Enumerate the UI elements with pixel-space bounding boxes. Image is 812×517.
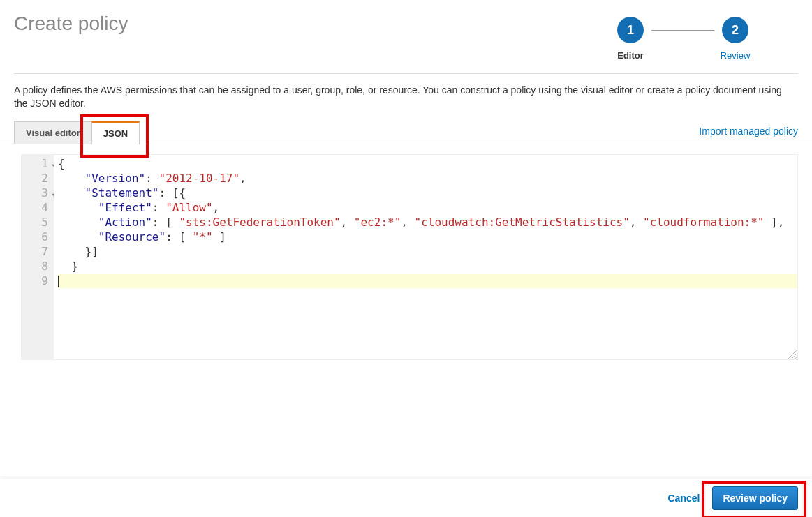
gutter-line: 9 xyxy=(22,274,54,288)
gutter-line: 5 xyxy=(22,215,54,230)
tab-json[interactable]: JSON xyxy=(91,121,140,144)
code-line: "Statement": [{ xyxy=(58,186,797,200)
wizard-stepper: 1 Editor 2 Review xyxy=(610,17,756,61)
gutter-line: 1 xyxy=(22,156,54,171)
code-line: "Version": "2012-10-17", xyxy=(58,171,797,186)
import-managed-policy-link[interactable]: Import managed policy xyxy=(699,126,798,144)
review-policy-button[interactable]: Review policy xyxy=(712,486,798,510)
cursor-icon xyxy=(58,276,59,287)
code-line: "Resource": [ "*" ] xyxy=(58,230,797,244)
policy-description: A policy defines the AWS permissions tha… xyxy=(0,74,812,117)
code-line: } xyxy=(58,259,797,274)
json-editor[interactable]: 1 2 3 4 5 6 7 8 9 { "Version": "2012-10-… xyxy=(21,154,798,360)
code-line: "Action": [ "sts:GetFederationToken", "e… xyxy=(58,215,797,230)
tabs-left: Visual editor JSON xyxy=(14,121,140,144)
code-line: "Effect": "Allow", xyxy=(58,200,797,215)
gutter-line: 7 xyxy=(22,244,54,259)
gutter-line: 4 xyxy=(22,200,54,215)
editor-body[interactable]: { "Version": "2012-10-17", "Statement": … xyxy=(54,155,797,359)
step-2-circle: 2 xyxy=(722,17,748,43)
editor-gutter: 1 2 3 4 5 6 7 8 9 xyxy=(22,155,54,359)
code-line-active xyxy=(58,274,797,288)
step-1-label: Editor xyxy=(617,50,644,61)
header-row: Create policy 1 Editor 2 Review xyxy=(0,0,812,61)
tabs-row: Visual editor JSON Import managed policy xyxy=(0,121,812,144)
step-2-label: Review xyxy=(721,50,751,61)
code-line: { xyxy=(58,156,797,171)
step-review[interactable]: 2 Review xyxy=(714,17,756,61)
gutter-line: 8 xyxy=(22,259,54,274)
page-title: Create policy xyxy=(14,13,128,35)
resize-handle-icon[interactable] xyxy=(788,350,797,359)
footer-bar: Cancel Review policy xyxy=(0,479,812,517)
tab-visual-editor[interactable]: Visual editor xyxy=(14,121,91,144)
gutter-line: 2 xyxy=(22,171,54,186)
gutter-line: 3 xyxy=(22,186,54,200)
gutter-line: 6 xyxy=(22,230,54,244)
step-connector xyxy=(651,30,714,31)
step-editor[interactable]: 1 Editor xyxy=(610,17,651,61)
step-1-circle: 1 xyxy=(617,17,644,43)
code-line: }] xyxy=(58,244,797,259)
cancel-button[interactable]: Cancel xyxy=(667,493,700,504)
